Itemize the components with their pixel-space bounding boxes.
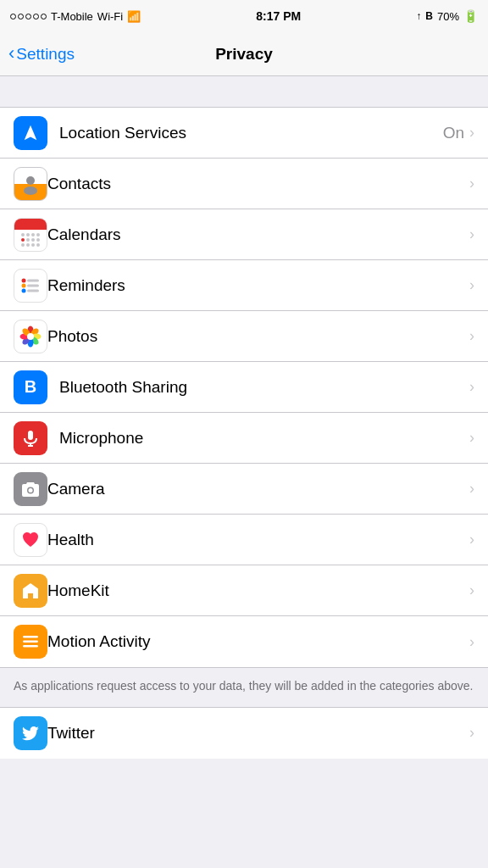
status-bar: T-Mobile Wi-Fi 📶 8:17 PM ↑ B 70% 🔋	[0, 0, 488, 32]
svg-point-0	[26, 176, 35, 185]
back-chevron-icon: ‹	[8, 44, 14, 63]
footer-note: As applications request access to your d…	[0, 668, 488, 707]
calendars-item[interactable]: Calendars ›	[0, 209, 488, 260]
svg-rect-7	[27, 289, 39, 292]
privacy-settings-list: Location Services On › Contacts ›	[0, 107, 488, 668]
photos-label: Photos	[47, 327, 469, 346]
photos-chevron: ›	[469, 327, 474, 345]
contacts-chevron: ›	[469, 175, 474, 192]
svg-rect-22	[23, 636, 38, 638]
homekit-item[interactable]: HomeKit ›	[0, 565, 488, 616]
carrier-label: T-Mobile	[51, 10, 93, 23]
bluetooth-sharing-chevron: ›	[469, 378, 474, 396]
wifi-label: Wi-Fi	[97, 10, 123, 23]
calendars-label: Calendars	[47, 225, 469, 244]
signal-dots	[10, 14, 47, 19]
photos-item[interactable]: Photos ›	[0, 311, 488, 362]
status-time: 8:17 PM	[256, 9, 301, 23]
location-icon: ↑	[416, 10, 421, 22]
photos-icon	[14, 320, 47, 353]
motion-activity-icon	[14, 625, 47, 659]
page-title: Privacy	[215, 45, 273, 64]
homekit-label: HomeKit	[47, 581, 469, 600]
svg-rect-17	[28, 431, 33, 440]
contacts-label: Contacts	[47, 175, 469, 193]
homekit-icon	[14, 574, 47, 608]
location-services-chevron: ›	[469, 124, 474, 142]
svg-rect-24	[23, 645, 38, 648]
bluetooth-sharing-label: Bluetooth Sharing	[59, 378, 469, 397]
signal-dot-3	[25, 14, 31, 19]
health-icon	[14, 523, 47, 557]
svg-point-2	[22, 278, 26, 282]
bluetooth-sharing-icon: B	[14, 370, 47, 404]
contacts-item[interactable]: Contacts ›	[0, 159, 488, 209]
status-right: ↑ B 70% 🔋	[416, 9, 478, 23]
signal-dot-2	[18, 14, 24, 19]
status-left: T-Mobile Wi-Fi 📶	[10, 10, 141, 23]
svg-point-4	[22, 283, 26, 287]
bluetooth-icon: B	[25, 377, 36, 397]
reminders-icon	[14, 269, 47, 303]
svg-rect-5	[27, 284, 39, 287]
microphone-label: Microphone	[59, 429, 469, 448]
nav-bar: ‹ Settings Privacy	[0, 32, 488, 76]
wifi-icon: 📶	[127, 10, 141, 23]
battery-icon: 🔋	[463, 9, 478, 23]
calendars-chevron: ›	[469, 225, 474, 243]
camera-label: Camera	[47, 480, 469, 498]
motion-activity-item[interactable]: Motion Activity ›	[0, 616, 488, 667]
twitter-label: Twitter	[47, 724, 469, 743]
camera-item[interactable]: Camera ›	[0, 464, 488, 515]
reminders-item[interactable]: Reminders ›	[0, 260, 488, 311]
svg-rect-23	[23, 641, 38, 643]
twitter-item[interactable]: Twitter ›	[0, 708, 488, 759]
svg-point-16	[27, 333, 34, 340]
health-label: Health	[47, 531, 469, 549]
svg-rect-3	[27, 279, 39, 281]
motion-activity-chevron: ›	[469, 633, 474, 651]
section-spacer	[0, 76, 488, 107]
twitter-icon	[14, 716, 47, 750]
health-item[interactable]: Health ›	[0, 515, 488, 565]
twitter-chevron: ›	[469, 724, 474, 742]
location-services-item[interactable]: Location Services On ›	[0, 108, 488, 159]
back-label: Settings	[16, 45, 75, 64]
signal-dot-1	[10, 14, 16, 19]
contacts-icon	[14, 167, 47, 201]
signal-dot-5	[41, 14, 47, 19]
svg-point-1	[24, 186, 37, 195]
reminders-label: Reminders	[47, 276, 469, 295]
svg-point-21	[29, 488, 33, 492]
social-settings-list: Twitter ›	[0, 707, 488, 759]
battery-label: 70%	[437, 10, 459, 23]
motion-activity-label: Motion Activity	[47, 632, 469, 651]
microphone-icon	[14, 421, 47, 455]
bluetooth-status-icon: B	[425, 10, 433, 22]
microphone-item[interactable]: Microphone ›	[0, 413, 488, 464]
location-services-icon	[14, 116, 47, 150]
bluetooth-sharing-item[interactable]: B Bluetooth Sharing ›	[0, 362, 488, 413]
health-chevron: ›	[469, 531, 474, 548]
homekit-chevron: ›	[469, 581, 474, 599]
location-services-value: On	[443, 124, 464, 142]
camera-icon	[14, 472, 47, 506]
signal-dot-4	[33, 14, 39, 19]
back-button[interactable]: ‹ Settings	[8, 45, 75, 64]
reminders-chevron: ›	[469, 276, 474, 294]
microphone-chevron: ›	[469, 429, 474, 447]
calendars-icon	[14, 218, 47, 252]
camera-chevron: ›	[469, 480, 474, 498]
location-services-label: Location Services	[59, 124, 443, 142]
svg-point-6	[22, 288, 26, 292]
